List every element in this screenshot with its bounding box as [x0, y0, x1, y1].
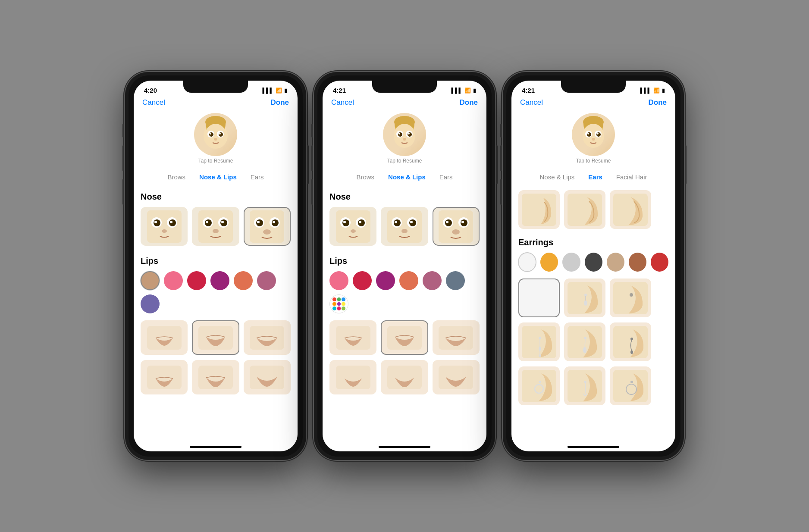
side-btn-mute-3: [500, 124, 502, 138]
earring-hoop-3c[interactable]: [610, 366, 651, 405]
lip-option-1e[interactable]: [192, 360, 239, 394]
earring-color-red-3[interactable]: [651, 253, 668, 272]
lip-option-1a[interactable]: [141, 320, 188, 355]
lip-svg-1f: [250, 366, 284, 389]
earring-hoop-3a[interactable]: [518, 366, 560, 405]
side-btn-power: [307, 145, 309, 184]
earring-drop-3a[interactable]: [564, 279, 605, 317]
lip-color-2f[interactable]: [446, 271, 465, 290]
earring-stud-3a[interactable]: [610, 279, 651, 317]
done-button-1[interactable]: Done: [270, 98, 289, 107]
earring-hoop-3b: [568, 370, 602, 402]
nose-option-1b[interactable]: [192, 207, 239, 246]
phone-screen-2: 4:21 ▌▌▌ 📶 ▮ Cancel Done: [323, 81, 486, 451]
segment-tabs-1: Brows Nose & Lips Ears: [134, 167, 298, 185]
lip-color-mauve-1[interactable]: [257, 271, 276, 290]
cancel-button-1[interactable]: Cancel: [142, 98, 165, 107]
content-area-1: Nose: [134, 185, 298, 443]
svg-point-55: [408, 133, 410, 135]
svg-point-12: [219, 133, 221, 135]
earring-long-3c[interactable]: [610, 322, 651, 361]
lip-option-2a[interactable]: [329, 320, 376, 355]
ear-top-3a[interactable]: [518, 190, 560, 229]
nose-option-1c[interactable]: [244, 207, 291, 246]
lip-color-tan-1[interactable]: [141, 271, 160, 290]
lip-color-2e[interactable]: [423, 271, 442, 290]
svg-point-33: [256, 219, 263, 226]
tab-ears-3[interactable]: Ears: [581, 171, 609, 183]
earring-color-white-3[interactable]: [518, 253, 536, 272]
lip-svg-1d: [147, 366, 182, 389]
svg-rect-73: [439, 210, 473, 243]
earring-none-3[interactable]: [518, 279, 560, 317]
lip-option-1b[interactable]: [192, 320, 239, 355]
earring-grid-3b: [518, 322, 668, 361]
lip-option-2e[interactable]: [381, 360, 428, 394]
lip-option-2f[interactable]: [433, 360, 480, 394]
earring-color-brown-3[interactable]: [629, 253, 646, 272]
svg-point-61: [358, 219, 365, 226]
lip-svg-1a: [147, 326, 182, 350]
svg-point-26: [220, 219, 227, 226]
earring-color-silver-3[interactable]: [562, 253, 580, 272]
svg-point-60: [342, 219, 349, 226]
tab-nose-lips-2[interactable]: Nose & Lips: [381, 171, 433, 183]
tab-facial-hair-3[interactable]: Facial Hair: [609, 171, 654, 183]
time-1: 4:20: [144, 87, 157, 94]
lip-option-2c[interactable]: [433, 320, 480, 355]
tap-resume-3: Tap to Resume: [576, 158, 611, 164]
lip-color-red-1[interactable]: [187, 271, 206, 290]
lips-grid-2b: [329, 360, 480, 394]
tab-ears-2[interactable]: Ears: [433, 171, 460, 183]
phone-1: 4:20 ▌▌▌ 📶 ▮ Cancel Done: [125, 72, 306, 460]
done-button-2[interactable]: Done: [459, 98, 478, 107]
cancel-button-3[interactable]: Cancel: [520, 98, 543, 107]
svg-point-27: [206, 221, 208, 223]
tab-brows-1[interactable]: Brows: [160, 171, 192, 183]
tab-nose-lips-1[interactable]: Nose & Lips: [192, 171, 244, 183]
lip-color-2d[interactable]: [399, 271, 418, 290]
earring-color-tan-3[interactable]: [607, 253, 624, 272]
earring-grid-3a: [518, 279, 668, 317]
tab-ears-1[interactable]: Ears: [244, 171, 271, 183]
ear-top-3c[interactable]: [610, 190, 651, 229]
avatar-circle-2[interactable]: [383, 113, 426, 156]
lip-color-purple-1[interactable]: [210, 271, 229, 290]
lip-option-1c[interactable]: [244, 320, 291, 355]
earring-hoop-3b[interactable]: [564, 366, 605, 405]
nose-option-1a[interactable]: [141, 207, 188, 246]
tab-brows-2[interactable]: Brows: [349, 171, 381, 183]
avatar-circle-3[interactable]: [572, 113, 615, 156]
lip-color-2b[interactable]: [353, 271, 372, 290]
side-btn-mute-2: [311, 124, 313, 138]
svg-point-112: [539, 347, 541, 351]
nose-face-svg-1c: [250, 210, 284, 243]
lip-option-2d[interactable]: [329, 360, 376, 394]
earring-long-3a[interactable]: [518, 322, 560, 361]
cancel-button-2[interactable]: Cancel: [331, 98, 354, 107]
svg-point-52: [398, 132, 402, 137]
lip-color-lavender-1[interactable]: [141, 294, 160, 313]
lip-option-2b[interactable]: [381, 320, 428, 355]
side-btn-vol-down-2: [311, 179, 313, 205]
lip-svg-2f: [439, 366, 473, 389]
svg-point-17: [154, 219, 160, 226]
tab-nose-lips-3[interactable]: Nose & Lips: [533, 171, 581, 183]
earring-color-gold-3[interactable]: [540, 253, 558, 272]
lip-color-pink-1[interactable]: [164, 271, 183, 290]
nose-option-2b[interactable]: [381, 207, 428, 246]
multicolor-dots-2[interactable]: [329, 294, 348, 313]
signal-icon-3: ▌▌▌: [640, 88, 651, 94]
earring-long-3b[interactable]: [564, 322, 605, 361]
nose-option-2a[interactable]: [329, 207, 376, 246]
nose-option-2c[interactable]: [433, 207, 480, 246]
lip-color-orange-1[interactable]: [234, 271, 253, 290]
lip-option-1d[interactable]: [141, 360, 188, 394]
lip-color-2c[interactable]: [376, 271, 395, 290]
avatar-circle-1[interactable]: [194, 113, 237, 156]
earring-color-dark-3[interactable]: [585, 253, 602, 272]
done-button-3[interactable]: Done: [648, 98, 667, 107]
lip-option-1f[interactable]: [244, 360, 291, 394]
ear-top-3b[interactable]: [564, 190, 605, 229]
lip-color-2a[interactable]: [329, 271, 348, 290]
